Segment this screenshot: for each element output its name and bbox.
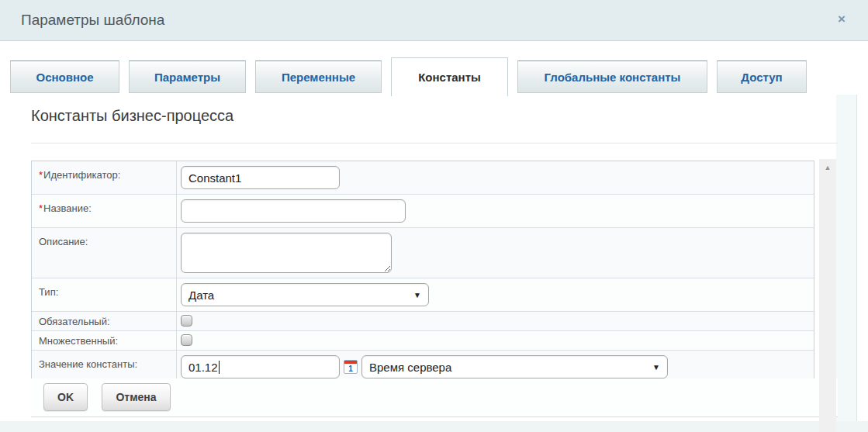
field-label-text: Идентификатор:	[43, 169, 120, 181]
time-source-select[interactable]: Время сервера ▼	[361, 355, 668, 378]
tab-dostup[interactable]: Доступ	[717, 60, 807, 93]
field-cell	[177, 331, 814, 348]
field-label: Описание:	[32, 228, 177, 278]
chevron-down-icon: ▼	[652, 363, 660, 372]
tab-globalnye-konstanty[interactable]: Глобальные константы	[517, 60, 707, 93]
type-select[interactable]: Дата ▼	[181, 283, 429, 306]
text-caret	[219, 361, 220, 374]
section-heading: Константы бизнес-процесса	[31, 107, 233, 125]
scroll-up-arrow[interactable]: ▲	[819, 159, 836, 175]
form-row-type: Тип: Дата ▼	[32, 278, 814, 311]
field-cell	[177, 195, 814, 227]
constants-form: *Идентификатор: *Название: Описание: Тип…	[31, 161, 814, 384]
type-select-value: Дата	[188, 289, 214, 302]
field-label-text: Обязательный:	[39, 316, 110, 327]
form-row-identifier: *Идентификатор:	[32, 161, 814, 194]
close-icon[interactable]: ×	[833, 11, 850, 28]
field-cell	[177, 161, 814, 194]
field-label: Обязательный:	[32, 312, 177, 330]
tab-bar: Основное Параметры Переменные Константы …	[10, 60, 816, 96]
button-band: OK Отмена	[31, 378, 838, 417]
tab-osnovnoe[interactable]: Основное	[10, 60, 119, 93]
field-label: Тип:	[32, 278, 177, 311]
field-label: *Название:	[32, 195, 177, 227]
multiple-checkbox[interactable]	[181, 334, 192, 346]
heading-divider	[31, 143, 838, 143]
identifier-input[interactable]	[181, 166, 340, 189]
field-label-text: Множественный:	[39, 335, 118, 347]
vertical-scrollbar[interactable]: ▲	[819, 159, 836, 432]
cancel-button[interactable]: Отмена	[102, 383, 170, 411]
page-bottom-strip	[0, 421, 868, 432]
panel-right-gutter	[836, 95, 857, 421]
dialog-title: Параметры шаблона	[21, 12, 164, 29]
form-row-required: Обязательный:	[32, 311, 814, 330]
required-marker: *	[39, 202, 43, 214]
required-checkbox[interactable]	[181, 315, 192, 327]
form-row-name: *Название:	[32, 194, 814, 227]
dialog-titlebar: Параметры шаблона ×	[0, 0, 868, 41]
ok-button[interactable]: OK	[43, 383, 88, 411]
tab-label: Параметры	[154, 71, 220, 84]
field-label-text: Название:	[43, 202, 92, 214]
tab-konstanty[interactable]: Константы	[391, 57, 508, 96]
time-source-select-value: Время сервера	[369, 361, 451, 374]
tab-parametry[interactable]: Параметры	[129, 60, 246, 93]
field-cell: Дата ▼	[177, 278, 814, 311]
name-input[interactable]	[181, 199, 406, 223]
field-cell	[177, 228, 814, 278]
tab-peremennye[interactable]: Переменные	[255, 60, 382, 93]
constant-value-text: 01.12	[188, 361, 218, 374]
description-textarea[interactable]	[181, 233, 392, 273]
tab-label: Константы	[418, 71, 481, 84]
field-label: Множественный:	[32, 331, 177, 350]
required-marker: *	[39, 169, 43, 181]
constant-value-input[interactable]: 01.12	[181, 355, 340, 378]
tab-label: Доступ	[741, 71, 782, 84]
field-label-text: Описание:	[39, 236, 88, 247]
calendar-icon[interactable]: 1	[344, 360, 358, 374]
field-cell	[177, 312, 814, 329]
tab-label: Основное	[36, 71, 93, 84]
field-label-text: Значение константы:	[39, 358, 137, 370]
chevron-down-icon: ▼	[413, 291, 421, 299]
tab-label: Глобальные константы	[545, 71, 681, 84]
calendar-icon-digit: 1	[344, 364, 357, 373]
form-row-multiple: Множественный:	[32, 330, 814, 350]
tab-label: Переменные	[282, 71, 355, 84]
field-label-text: Тип:	[39, 286, 58, 298]
field-label: *Идентификатор:	[32, 161, 177, 194]
form-row-description: Описание:	[32, 227, 814, 278]
